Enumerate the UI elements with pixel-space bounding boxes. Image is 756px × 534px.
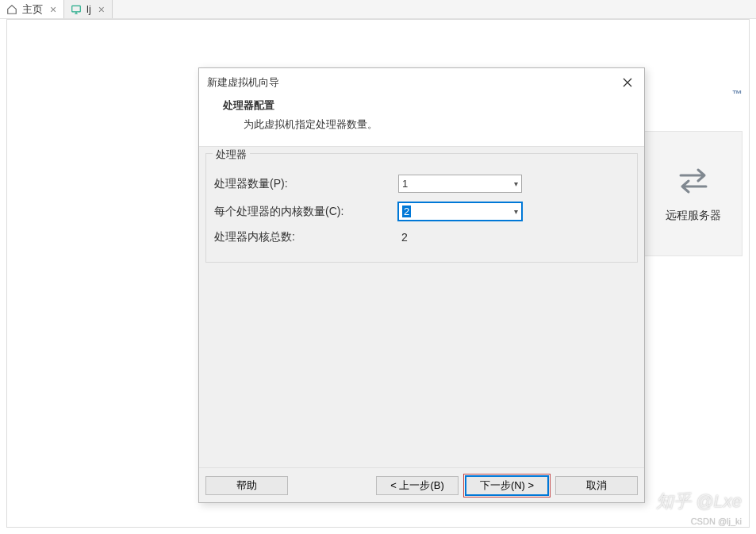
cores-per-processor-label: 每个处理器的内核数量(C): <box>213 205 398 219</box>
vm-icon <box>71 4 82 15</box>
tab-home[interactable]: 主页 × <box>0 0 64 18</box>
dialog-header-desc: 为此虚拟机指定处理器数量。 <box>223 117 631 132</box>
group-title: 处理器 <box>213 148 250 162</box>
processor-count-label: 处理器数量(P): <box>213 177 398 191</box>
watermark-csdn: CSDN @lj_ki <box>691 517 742 526</box>
watermark-zhihu: 知乎 @Lxe <box>656 490 742 513</box>
home-icon <box>6 4 17 15</box>
processor-count-select[interactable]: 1 ▾ <box>398 175 522 193</box>
connect-remote-icon <box>674 165 712 199</box>
processors-group: 处理器 处理器数量(P): 1 ▾ 每个处理器的内核数量(C): 2 ▾ <box>205 153 638 263</box>
total-cores-label: 处理器内核总数: <box>213 230 398 244</box>
row-processor-count: 处理器数量(P): 1 ▾ <box>213 170 631 198</box>
new-vm-wizard-dialog: 新建虚拟机向导 处理器配置 为此虚拟机指定处理器数量。 处理器 处理器数量(P)… <box>198 67 645 503</box>
cores-per-processor-select[interactable]: 2 ▾ <box>398 202 522 221</box>
brand-mark: ™ <box>732 88 743 100</box>
dialog-title-bar: 新建虚拟机向导 <box>199 68 644 97</box>
svg-rect-0 <box>72 6 81 12</box>
select-value: 1 <box>402 178 408 190</box>
dialog-body: 处理器 处理器数量(P): 1 ▾ 每个处理器的内核数量(C): 2 ▾ <box>199 147 644 467</box>
remote-server-card[interactable]: 远程服务器 <box>643 131 743 256</box>
chevron-down-icon: ▾ <box>514 179 518 188</box>
chevron-down-icon: ▾ <box>514 207 518 216</box>
cancel-button[interactable]: 取消 <box>555 476 638 495</box>
next-button[interactable]: 下一步(N) > <box>466 476 548 495</box>
row-cores-per-processor: 每个处理器的内核数量(C): 2 ▾ <box>213 198 631 225</box>
dialog-header: 处理器配置 为此虚拟机指定处理器数量。 <box>199 97 644 147</box>
tab-vm[interactable]: lj × <box>64 0 113 18</box>
remote-server-label: 远程服务器 <box>666 209 721 223</box>
tab-bar: 主页 × lj × <box>0 0 756 19</box>
dialog-header-title: 处理器配置 <box>223 98 631 113</box>
help-button[interactable]: 帮助 <box>205 476 288 495</box>
total-cores-value: 2 <box>398 231 408 244</box>
close-icon[interactable]: × <box>96 4 107 15</box>
tab-label: 主页 <box>22 2 43 17</box>
select-value: 2 <box>402 206 411 217</box>
close-icon[interactable] <box>619 74 636 91</box>
close-icon[interactable]: × <box>48 4 59 15</box>
row-total-cores: 处理器内核总数: 2 <box>213 225 631 249</box>
dialog-title: 新建虚拟机向导 <box>207 75 619 90</box>
back-button[interactable]: < 上一步(B) <box>376 476 459 495</box>
dialog-button-bar: 帮助 < 上一步(B) 下一步(N) > 取消 <box>199 467 644 502</box>
tab-label: lj <box>86 3 91 15</box>
next-button-highlight: 下一步(N) > <box>463 474 551 498</box>
